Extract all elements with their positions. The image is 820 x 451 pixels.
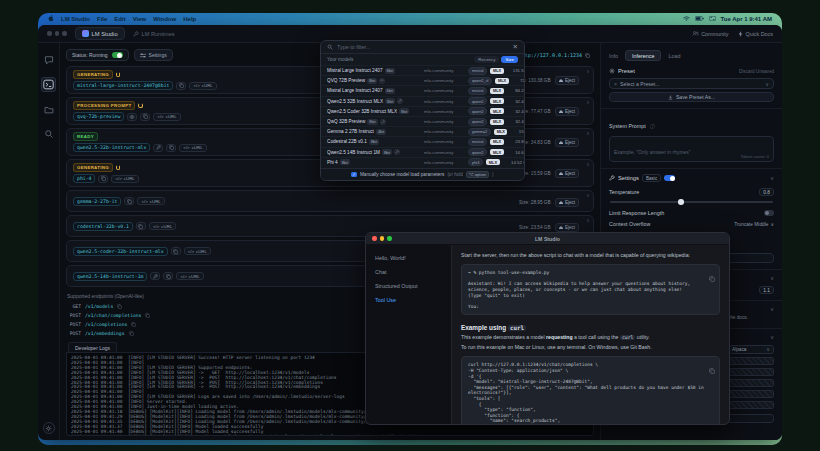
- picker-search-input[interactable]: [337, 44, 509, 50]
- copy-button[interactable]: [136, 222, 146, 230]
- curl-button[interactable]: </>cURL: [137, 197, 164, 205]
- chevron-down-icon[interactable]: ∨: [770, 275, 774, 281]
- server-url[interactable]: http://127.0.0.1:1234: [519, 52, 582, 58]
- copy-button[interactable]: [98, 175, 108, 183]
- traffic-lights[interactable]: [47, 31, 67, 36]
- picker-model-row[interactable]: QwQ 32B Preview8bit mlx-community qwen2 …: [321, 116, 524, 126]
- eject-button[interactable]: Eject: [555, 198, 579, 207]
- repeat-penalty-value[interactable]: 1.1: [759, 286, 774, 294]
- picker-model-row[interactable]: Phi 48bit mlx-community phi3 MLX 14.52 G…: [321, 157, 524, 167]
- eject-button[interactable]: Eject: [555, 107, 579, 116]
- apple-menu-icon[interactable]: [48, 15, 54, 23]
- resource-monitor-button[interactable]: [43, 422, 55, 434]
- chevron-right-icon[interactable]: ›: [587, 217, 589, 224]
- model-identifier[interactable]: qvq-72b-preview: [73, 112, 124, 121]
- sidebar-item-chat[interactable]: [42, 53, 55, 66]
- menu-window[interactable]: Window: [153, 16, 176, 22]
- save-preset-button[interactable]: Save Preset As...: [609, 92, 774, 102]
- eject-button[interactable]: Eject: [555, 169, 579, 178]
- copy-button[interactable]: [124, 197, 134, 205]
- model-identifier[interactable]: mistral-large-instruct-2407@8bit: [73, 81, 173, 90]
- wifi-icon[interactable]: [683, 16, 690, 22]
- community-link[interactable]: Community: [692, 31, 728, 37]
- tab-lm-runtimes[interactable]: LM Runtimes: [133, 31, 175, 37]
- tool-capability-button[interactable]: [150, 272, 160, 280]
- clear-icon[interactable]: ×: [614, 81, 617, 87]
- copy-icon[interactable]: [131, 322, 136, 327]
- copy-icon[interactable]: [129, 331, 134, 336]
- chevron-right-icon[interactable]: ›: [587, 68, 589, 75]
- tab-info[interactable]: Info: [609, 53, 618, 59]
- picker-model-row[interactable]: Mistral Large Instruct 24076bit mlx-comm…: [321, 85, 524, 95]
- curl-button[interactable]: </>cURL: [184, 247, 211, 255]
- help-icon[interactable]: ⓘ: [650, 124, 655, 129]
- server-toggle[interactable]: [112, 52, 123, 58]
- copy-icon[interactable]: [145, 313, 150, 318]
- docs-nav-structured-output[interactable]: Structured Output: [375, 283, 442, 289]
- chevron-down-icon[interactable]: ∨: [770, 175, 774, 181]
- model-identifier[interactable]: gemma-2-27b-it: [73, 197, 121, 206]
- sidebar-item-developer[interactable]: [41, 77, 56, 92]
- picker-model-row[interactable]: Qwen2.5 Coder 32B Instruct MLX8bit mlx-c…: [321, 106, 524, 116]
- prompt-template-select[interactable]: Alpaca ∨: [728, 345, 774, 354]
- copy-button[interactable]: [163, 272, 173, 280]
- menu-edit[interactable]: Edit: [114, 16, 125, 22]
- model-card[interactable]: gemma-2-27b-it </>cURL Size: 28.95 GBEje…: [66, 190, 594, 212]
- copy-icon[interactable]: [709, 360, 715, 378]
- tab-load[interactable]: Load: [668, 53, 680, 59]
- curl-button[interactable]: </>cURL: [149, 222, 176, 230]
- menu-help[interactable]: Help: [183, 16, 196, 22]
- limit-response-toggle[interactable]: [764, 210, 774, 216]
- model-identifier[interactable]: phi-4: [73, 174, 95, 183]
- curl-button[interactable]: </>cURL: [176, 272, 203, 280]
- menu-clock[interactable]: Tue Apr 1 9:41 AM: [721, 16, 772, 22]
- model-identifier[interactable]: codestral-22b-v0.1: [73, 222, 133, 231]
- docs-nav-chat[interactable]: Chat: [375, 269, 442, 275]
- chevron-right-icon[interactable]: ›: [587, 161, 589, 168]
- docs-nav-hello-world[interactable]: Hello, World!: [375, 255, 442, 261]
- slider-knob[interactable]: [678, 199, 684, 205]
- curl-button[interactable]: </>cURL: [179, 144, 206, 152]
- discard-unsaved-button[interactable]: Discard Unsaved: [739, 69, 774, 74]
- copy-icon[interactable]: [709, 268, 715, 286]
- temperature-slider[interactable]: [610, 201, 773, 203]
- context-overflow-select[interactable]: Truncate Middle ∨: [734, 222, 774, 227]
- developer-logs-tab[interactable]: Developer Logs: [68, 342, 117, 352]
- manual-load-checkbox[interactable]: ✓: [351, 172, 357, 178]
- temperature-value[interactable]: 0.8: [759, 188, 774, 196]
- model-identifier[interactable]: qwen2.5-32b-instruct-mlx: [73, 143, 150, 152]
- model-identifier[interactable]: qwen2.5-14b-instruct-1m: [73, 272, 147, 281]
- menu-file[interactable]: File: [97, 16, 107, 22]
- menu-view[interactable]: View: [133, 16, 147, 22]
- copy-button[interactable]: [166, 144, 176, 152]
- copy-button[interactable]: [140, 113, 150, 121]
- tab-lm-studio[interactable]: LM Studio: [75, 27, 125, 40]
- picker-model-row[interactable]: Codestral 22B v0.18bit mlx-community mis…: [321, 136, 524, 146]
- tab-inference[interactable]: Inference: [625, 50, 661, 61]
- picker-model-row[interactable]: QVQ 72B Preview8bit mlx-community qwen2_…: [321, 75, 524, 85]
- eject-button[interactable]: Eject: [555, 223, 579, 232]
- chevron-right-icon[interactable]: ›: [587, 192, 589, 199]
- chevron-down-icon[interactable]: ∨: [770, 334, 774, 340]
- chevron-right-icon[interactable]: ›: [587, 130, 589, 137]
- eject-button[interactable]: Eject: [555, 76, 579, 85]
- menu-app-name[interactable]: LM Studio: [61, 16, 90, 22]
- sidebar-item-my-models[interactable]: [42, 103, 55, 116]
- tool-capability-button[interactable]: [153, 144, 163, 152]
- picker-model-row[interactable]: Qwen2.5 32B Instruct MLX8bit mlx-communi…: [321, 96, 524, 106]
- preset-select[interactable]: × Select a Preset... ∨: [609, 78, 774, 89]
- picker-model-row[interactable]: Gemma 2 27B Instruct4bit mlx-community g…: [321, 126, 524, 136]
- chevron-down-icon[interactable]: ∨: [770, 306, 774, 312]
- copy-button[interactable]: [176, 82, 186, 90]
- control-center-icon[interactable]: [709, 16, 716, 22]
- copy-button[interactable]: [171, 247, 181, 255]
- picker-model-row[interactable]: Mistral Large Instruct 24078bit mlx-comm…: [321, 65, 524, 75]
- settings-mode-toggle[interactable]: [664, 175, 675, 181]
- quick-docs-link[interactable]: Quick Docs: [738, 31, 773, 37]
- picker-model-row[interactable]: Qwen2.5 14B Instruct 1M8bit mlx-communit…: [321, 147, 524, 157]
- sort-recency-button[interactable]: Recency: [474, 56, 499, 63]
- server-settings-button[interactable]: Settings: [134, 49, 173, 61]
- curl-button[interactable]: </>cURL: [189, 82, 216, 90]
- vision-capability-button[interactable]: [127, 113, 137, 121]
- close-icon[interactable]: ✕: [513, 43, 518, 51]
